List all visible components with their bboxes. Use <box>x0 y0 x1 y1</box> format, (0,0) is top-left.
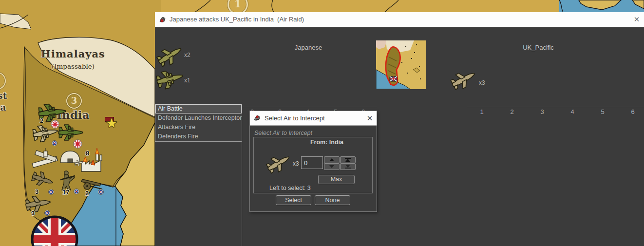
app-icon <box>159 16 167 23</box>
uk-flag-roundel <box>30 215 79 246</box>
raf-roundel-icon <box>52 140 57 146</box>
dice-column-header: 4 <box>557 108 587 115</box>
region-label-impassable: (Impassable) <box>34 62 112 70</box>
dice-column-header: 2 <box>497 108 527 115</box>
attacker-bomber-icon <box>156 67 184 91</box>
dice-column-header: 5 <box>587 108 618 115</box>
app-icon <box>253 114 261 122</box>
intercept-count-input[interactable] <box>301 156 323 169</box>
phase-item-air-battle: Air Battle <box>155 104 242 114</box>
uk-bomber-icon <box>32 123 58 143</box>
close-icon[interactable]: ✕ <box>363 111 377 125</box>
region-label-fragment: ia <box>0 102 6 113</box>
spinner-max-button[interactable] <box>340 156 356 163</box>
raf-roundel-icon <box>98 189 104 195</box>
dice-column-header: 6 <box>618 108 644 115</box>
battle-window-title: Japanese attacks UK_Pacific in India (Ai… <box>170 12 304 27</box>
battle-window-titlebar[interactable]: Japanese attacks UK_Pacific in India (Ai… <box>155 12 644 27</box>
game-screen: 1 Himalayas (Impassable) 3 India st ia ★… <box>0 0 644 246</box>
defender-header: UK_Pacific <box>424 44 644 51</box>
interceptor-fighter-icon <box>265 151 292 175</box>
max-button[interactable]: Max <box>318 175 355 184</box>
victory-city-star-icon: ★ <box>106 115 117 131</box>
phase-item-attackers-fire: Attackers Fire <box>155 123 242 132</box>
battle-window: Japanese attacks UK_Pacific in India (Ai… <box>155 12 644 246</box>
unit-count: 2 <box>85 189 89 197</box>
dice-column-header: 1 <box>467 108 497 115</box>
region-label-himalayas: Himalayas <box>34 48 112 60</box>
region-label-fragment: st <box>0 90 7 101</box>
phase-item-defender-launches-interceptors: Defender Launches Interceptors <box>155 114 242 123</box>
unit-count: x1 <box>184 77 190 84</box>
unit-count: x3 <box>479 79 485 86</box>
defender-fighter-icon <box>450 68 477 92</box>
intercept-heading: Select Air to Intercept <box>254 130 312 136</box>
intercept-dialog: Select Air to Intercept ✕ Select Air to … <box>249 111 377 212</box>
unit-count: x3 <box>293 160 299 167</box>
small-plane-marker-icon <box>74 160 84 167</box>
territory-marker-india: 3 <box>66 93 82 109</box>
close-icon[interactable]: ✕ <box>629 12 644 27</box>
unit-count: x2 <box>184 52 190 58</box>
raf-roundel-icon <box>48 189 54 195</box>
spinner-min-button[interactable] <box>340 163 356 170</box>
from-territory-label: From: India <box>297 139 357 146</box>
spinner-down-button[interactable] <box>324 163 340 170</box>
unit-count: 3 <box>35 188 38 195</box>
select-button[interactable]: Select <box>276 195 311 205</box>
spinner-up-button[interactable] <box>324 156 340 163</box>
phase-item-defenders-fire: Defenders Fire <box>155 132 242 141</box>
thumbnail-uk-flag <box>390 76 397 81</box>
uk-fighter-icon <box>30 171 54 191</box>
intercept-dialog-title: Select Air to Intercept <box>265 111 325 125</box>
raf-roundel-icon <box>74 189 79 194</box>
intercept-dialog-titlebar[interactable]: Select Air to Intercept ✕ <box>250 111 377 126</box>
battle-phase-list: Air Battle Defender Launches Interceptor… <box>155 104 242 142</box>
panel-divider <box>242 104 242 246</box>
dice-column-header: 3 <box>527 108 557 115</box>
left-to-select-label: Left to select: 3 <box>269 185 311 191</box>
attacker-fighter-icon <box>156 44 184 67</box>
airbase-icon <box>33 149 60 172</box>
territory-thumbnail <box>376 40 426 89</box>
jp-bomber-icon <box>57 124 84 141</box>
none-button[interactable]: None <box>315 195 350 205</box>
unit-count: 17 <box>62 189 69 196</box>
defender-dice-columns: 1 2 3 4 5 6 <box>467 107 644 115</box>
